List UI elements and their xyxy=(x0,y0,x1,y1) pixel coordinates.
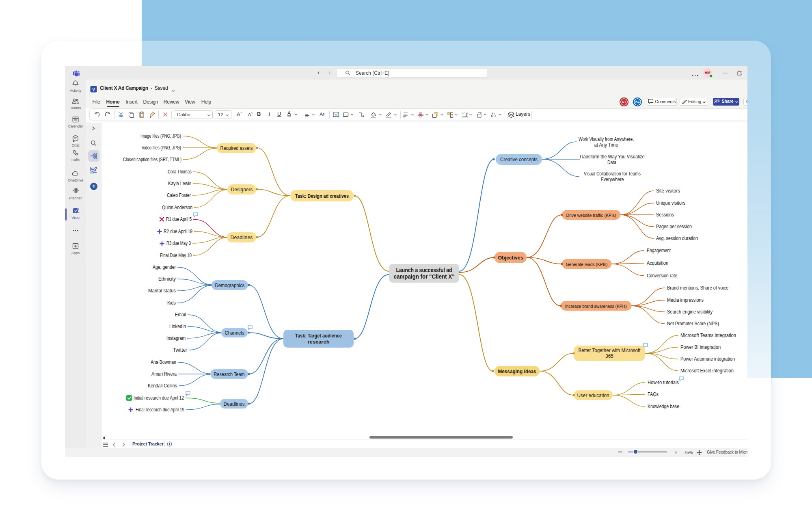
svg-text:Required assets: Required assets xyxy=(220,145,253,151)
svg-text:Knowledge base: Knowledge base xyxy=(648,404,679,409)
svg-text:Site visitors: Site visitors xyxy=(656,188,680,194)
svg-text:R1 due April 5: R1 due April 5 xyxy=(166,216,192,222)
svg-text:Power BI integration: Power BI integration xyxy=(680,344,721,350)
svg-text:Caleb Foster: Caleb Foster xyxy=(167,192,191,198)
svg-text:Quinn Anderson: Quinn Anderson xyxy=(162,205,192,210)
svg-text:Final research due April 19: Final research due April 19 xyxy=(136,407,184,413)
svg-text:Search engine visibility: Search engine visibility xyxy=(667,309,713,315)
svg-text:Amari Rivera: Amari Rivera xyxy=(151,371,177,377)
svg-text:Task: Design ad creatives: Task: Design ad creatives xyxy=(295,193,349,199)
svg-text:Avg. session duration: Avg. session duration xyxy=(656,236,698,241)
svg-text:V: V xyxy=(92,87,95,92)
svg-text:at Any Time: at Any Time xyxy=(594,142,618,148)
svg-text:Age, gender: Age, gender xyxy=(153,264,176,270)
svg-text:LinkedIn: LinkedIn xyxy=(169,324,186,329)
svg-text:Brand mentions, Share of voice: Brand mentions, Share of voice xyxy=(667,285,728,291)
svg-text:Task: Target audience: Task: Target audience xyxy=(295,333,342,339)
svg-text:R3 due May 3: R3 due May 3 xyxy=(166,240,191,246)
svg-text:FAQs: FAQs xyxy=(648,391,659,397)
svg-text:Unique visitors: Unique visitors xyxy=(656,200,685,206)
svg-text:Power Automate integration: Power Automate integration xyxy=(680,356,735,362)
svg-text:Generate leads (KPIs): Generate leads (KPIs) xyxy=(566,262,608,267)
svg-text:Deadlines: Deadlines xyxy=(224,401,245,407)
svg-text:How-to tutorials: How-to tutorials xyxy=(648,380,679,385)
svg-text:Microsoft Excel integration: Microsoft Excel integration xyxy=(680,368,734,374)
svg-text:A: A xyxy=(335,113,337,117)
svg-text:V: V xyxy=(74,209,77,213)
svg-text:User education: User education xyxy=(577,393,609,398)
svg-text:Pages per session: Pages per session xyxy=(656,224,692,229)
svg-text:Twitter: Twitter xyxy=(173,347,187,353)
svg-text:Ethnicity: Ethnicity xyxy=(158,276,176,282)
svg-text:Research Team: Research Team xyxy=(214,372,245,377)
svg-text:Sessions: Sessions xyxy=(656,212,674,218)
svg-text:Demographics: Demographics xyxy=(215,283,245,288)
svg-text:Kids: Kids xyxy=(167,300,176,306)
svg-text:Media impressions: Media impressions xyxy=(667,297,704,303)
svg-text:Instagram: Instagram xyxy=(166,335,186,341)
svg-text:Increase brand awareness (KPIs: Increase brand awareness (KPIs) xyxy=(565,304,627,309)
svg-text:Kayla Lewis: Kayla Lewis xyxy=(168,181,191,186)
svg-text:campaign for "Client X": campaign for "Client X" xyxy=(394,273,455,280)
svg-text:Objectives: Objectives xyxy=(498,255,523,261)
svg-text:A: A xyxy=(320,112,323,117)
svg-text:Net Promoter Score (NPS): Net Promoter Score (NPS) xyxy=(667,321,719,326)
svg-text:Cora Thomas: Cora Thomas xyxy=(168,169,192,175)
svg-text:Channels: Channels xyxy=(225,330,244,336)
svg-text:365: 365 xyxy=(605,353,613,359)
svg-text:Everywhere: Everywhere xyxy=(601,177,624,182)
svg-text:Deadlines: Deadlines xyxy=(231,235,253,240)
svg-text:Engagement: Engagement xyxy=(647,248,671,253)
svg-text:Microsoft Teams integration: Microsoft Teams integration xyxy=(680,333,736,338)
svg-text:Drive website traffic (KPIs): Drive website traffic (KPIs) xyxy=(566,213,616,218)
svg-text:Marital status: Marital status xyxy=(148,288,176,294)
svg-text:Data: Data xyxy=(607,160,616,165)
svg-text:Messaging ideas: Messaging ideas xyxy=(498,369,536,374)
svg-text:R2 due April 19: R2 due April 19 xyxy=(164,229,192,234)
svg-text:Creative concepts: Creative concepts xyxy=(500,157,538,162)
svg-text:Launch a successful ad: Launch a successful ad xyxy=(396,267,452,273)
svg-text:Ana Bowman: Ana Bowman xyxy=(151,359,176,365)
svg-text:Work Visually from Anywhere,: Work Visually from Anywhere, xyxy=(579,136,634,142)
svg-text:Conversion rate: Conversion rate xyxy=(647,273,677,279)
svg-text:Closed caption files (SRT, TTM: Closed caption files (SRT, TTML) xyxy=(123,157,181,162)
svg-text:Visual Collaboration for Teams: Visual Collaboration for Teams xyxy=(584,171,641,177)
svg-text:Image files (PNG, JPG): Image files (PNG, JPG) xyxy=(140,133,181,139)
svg-text:Video files (PNG, JPG): Video files (PNG, JPG) xyxy=(142,145,181,151)
svg-text:Designers: Designers xyxy=(231,187,253,192)
svg-text:research: research xyxy=(307,339,329,345)
svg-text:Better Together with Microsoft: Better Together with Microsoft xyxy=(579,348,641,353)
svg-text:Initial research due April 12: Initial research due April 12 xyxy=(134,395,184,401)
svg-text:Acquisition: Acquisition xyxy=(647,260,668,266)
svg-text:Transform the Way You Visualiz: Transform the Way You Visualize xyxy=(579,154,645,160)
svg-text:Final Due May 10: Final Due May 10 xyxy=(160,253,192,258)
svg-text:Email: Email xyxy=(175,312,186,318)
svg-text:Kendall Collins: Kendall Collins xyxy=(148,383,177,389)
